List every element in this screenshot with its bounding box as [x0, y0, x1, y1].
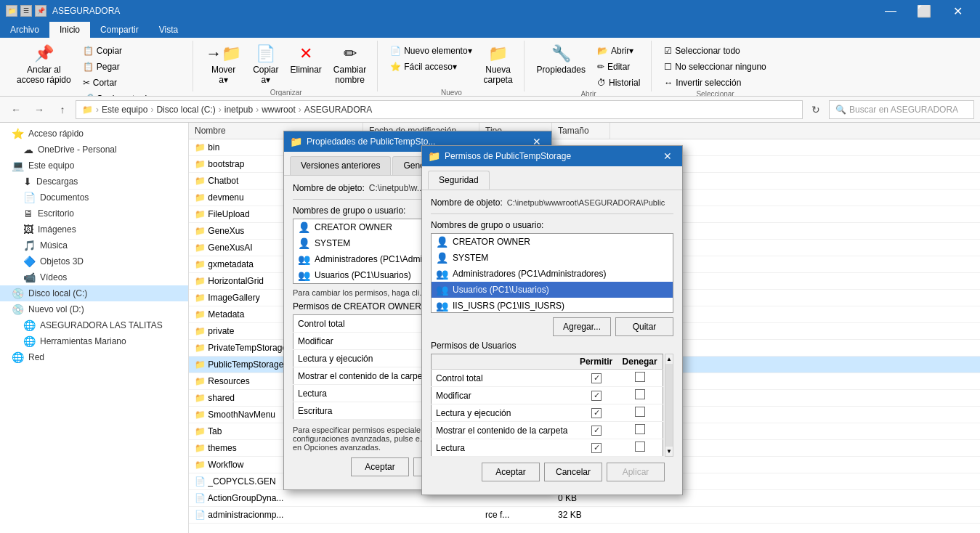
ribbon-group-organizar: →📁 Movera▾ 📄 Copiara▾ ✕ Eliminar ✏ Cambi… [195, 41, 378, 91]
user-system-d2[interactable]: 👤 SYSTEM [432, 250, 673, 266]
path-disk[interactable]: Disco local (C:) [156, 105, 215, 115]
group-icon: 👥 [436, 284, 448, 296]
move-button[interactable]: →📁 Movera▾ [201, 41, 246, 89]
user-iis-d2[interactable]: 👥 IIS_IUSRS (PC1\IIS_IUSRS) [432, 298, 673, 313]
music-icon: 🎵 [23, 240, 36, 251]
sidebar-item-imagenes[interactable]: 🖼 Imágenes [0, 221, 188, 237]
maximize-button[interactable]: ⬜ [907, 0, 941, 22]
dialog-permisos-icon: 📁 [428, 150, 440, 162]
invert-selection-button[interactable]: ↔Invertir selección [659, 76, 771, 90]
sidebar-item-disco-c[interactable]: 💿 Disco local (C:) [0, 285, 188, 301]
aplicar-button-d2[interactable]: Aplicar [607, 463, 665, 481]
allow-cb[interactable] [591, 408, 602, 418]
col-tamano[interactable]: Tamaño [552, 123, 610, 139]
minimize-button[interactable]: — [874, 0, 907, 22]
table-row[interactable]: 📄 administracionmp...rce f...32 KB [189, 507, 980, 524]
close-button[interactable]: ✕ [941, 0, 974, 22]
sidebar-label-descargas: Descargas [36, 176, 78, 187]
user-label: IIS_IUSRS (PC1\IIS_IUSRS) [453, 301, 564, 311]
deny-cb[interactable] [635, 442, 645, 452]
sidebar-item-nuevo-vol[interactable]: 💿 Nuevo vol (D:) [0, 301, 188, 317]
sidebar: ⭐ Acceso rápido ☁ OneDrive - Personal 💻 … [0, 123, 189, 533]
forward-button[interactable]: → [29, 99, 49, 120]
tab-archivo[interactable]: Archivo [0, 22, 49, 38]
sidebar-item-musica[interactable]: 🎵 Música [0, 237, 188, 253]
delete-button[interactable]: ✕ Eliminar [285, 41, 326, 78]
user-icon: 👤 [298, 237, 310, 249]
pin-button[interactable]: 📌 Anclar alacceso rápido [12, 41, 76, 89]
ribbon-group-seleccionar: ☑Seleccionar todo ☐No seleccionar ningun… [653, 41, 777, 91]
user-creator-d2[interactable]: 👤 CREATOR OWNER [432, 234, 673, 250]
allow-cb[interactable] [591, 426, 602, 436]
aceptar-button-d1[interactable]: Aceptar [351, 457, 409, 476]
move-icon: →📁 [206, 44, 241, 63]
computer-icon: 💻 [12, 160, 24, 171]
copy-path-button[interactable]: 🔗Copiar ruta de acceso [78, 91, 187, 96]
paste-button[interactable]: 📋Pegar [78, 60, 187, 74]
deny-cb[interactable] [635, 424, 645, 434]
path-inetpub[interactable]: inetpub [224, 105, 253, 115]
sidebar-item-este-equipo[interactable]: 💻 Este equipo [0, 158, 188, 174]
network-icon: 🌐 [12, 351, 24, 363]
user-label: SYSTEM [315, 238, 350, 248]
properties-button[interactable]: 🔧 Propiedades [532, 41, 591, 78]
allow-cb[interactable] [591, 391, 602, 401]
allow-cb[interactable] [591, 443, 602, 453]
dialog-permisos-body: Nombre de objeto: C:\inetpub\wwwroot\ASE… [422, 190, 682, 495]
agregar-button[interactable]: Agregar... [553, 317, 611, 336]
path-computer[interactable]: Este equipo [102, 105, 147, 115]
deny-cb[interactable] [635, 372, 645, 382]
new-item-button[interactable]: 📄Nuevo elemento▾ [385, 44, 477, 58]
cut-button[interactable]: ✂Cortar [78, 76, 187, 90]
open-button[interactable]: 📂Abrir▾ [592, 44, 645, 58]
select-all-button[interactable]: ☑Seleccionar todo [659, 44, 771, 58]
path-wwwroot[interactable]: wwwroot [262, 105, 296, 115]
refresh-button[interactable]: ↻ [806, 99, 826, 120]
sidebar-item-aseguradora-talitas[interactable]: 🌐 ASEGURADORA LAS TALITAS [0, 317, 188, 333]
quitar-button[interactable]: Quitar [615, 317, 673, 336]
easy-access-button[interactable]: ⭐Fácil acceso▾ [385, 60, 477, 74]
sidebar-item-descargas[interactable]: ⬇ Descargas [0, 174, 188, 190]
aceptar-button-d2[interactable]: Aceptar [482, 463, 540, 481]
perm-cell: Modificar [432, 387, 575, 404]
user-usuarios-d2[interactable]: 👥 Usuarios (PC1\Usuarios) [432, 282, 673, 298]
sidebar-item-documentos[interactable]: 📄 Documentos [0, 190, 188, 206]
search-box[interactable]: 🔍 Buscar en ASEGURADORA [829, 100, 974, 119]
dialog-permisos-close[interactable]: ✕ [659, 147, 676, 165]
pin-icon: 📌 [34, 44, 54, 63]
sidebar-item-acceso-rapido[interactable]: ⭐ Acceso rápido [0, 126, 188, 142]
scrollbar-down[interactable]: ▼ [666, 448, 672, 455]
back-button[interactable]: ← [6, 99, 26, 120]
sidebar-item-videos[interactable]: 📹 Vídeos [0, 269, 188, 285]
deselect-icon: ☐ [664, 62, 672, 72]
sidebar-item-objetos3d[interactable]: 🔷 Objetos 3D [0, 253, 188, 269]
sidebar-item-red[interactable]: 🌐 Red [0, 349, 188, 365]
deny-cb[interactable] [635, 389, 645, 399]
allow-cb[interactable] [591, 373, 602, 383]
rename-button[interactable]: ✏ Cambiarnombre [328, 41, 371, 89]
tab-inicio[interactable]: Inicio [49, 22, 90, 38]
sidebar-item-onedrive[interactable]: ☁ OneDrive - Personal [0, 142, 188, 158]
address-path[interactable]: 📁 › Este equipo › Disco local (C:) › ine… [76, 100, 803, 119]
history-button[interactable]: ⏱Historial [592, 76, 645, 90]
nuevo-label: Nuevo [441, 89, 462, 96]
user-label: CREATOR OWNER [315, 222, 392, 232]
scrollbar-up[interactable]: ▲ [666, 356, 672, 362]
tab-vista[interactable]: Vista [149, 22, 188, 38]
path-aseguradora[interactable]: ASEGURADORA [304, 105, 372, 115]
copy-button[interactable]: 📋Copiar [78, 44, 187, 58]
up-button[interactable]: ↑ [52, 99, 73, 120]
copy-to-button[interactable]: 📄 Copiara▾ [248, 41, 283, 89]
user-admin-d2[interactable]: 👥 Administradores (PC1\Administradores) [432, 266, 673, 282]
edit-button[interactable]: ✏Editar [592, 60, 645, 74]
tab-compartir[interactable]: Compartir [90, 22, 149, 38]
sidebar-item-herramientas[interactable]: 🌐 Herramientas Mariano [0, 333, 188, 349]
sidebar-item-escritorio[interactable]: 🖥 Escritorio [0, 206, 188, 221]
cancelar-button-d2[interactable]: Cancelar [544, 463, 602, 481]
new-folder-button[interactable]: 📁 Nuevacarpeta [479, 41, 518, 89]
tab-seguridad[interactable]: Seguridad [428, 171, 490, 190]
deselect-button[interactable]: ☐No seleccionar ninguno [659, 60, 771, 74]
tab-versiones[interactable]: Versiones anteriores [290, 156, 391, 175]
deny-cb[interactable] [635, 407, 645, 417]
nuevo-buttons: 📄Nuevo elemento▾ ⭐Fácil acceso▾ 📁 Nuevac… [385, 41, 517, 89]
